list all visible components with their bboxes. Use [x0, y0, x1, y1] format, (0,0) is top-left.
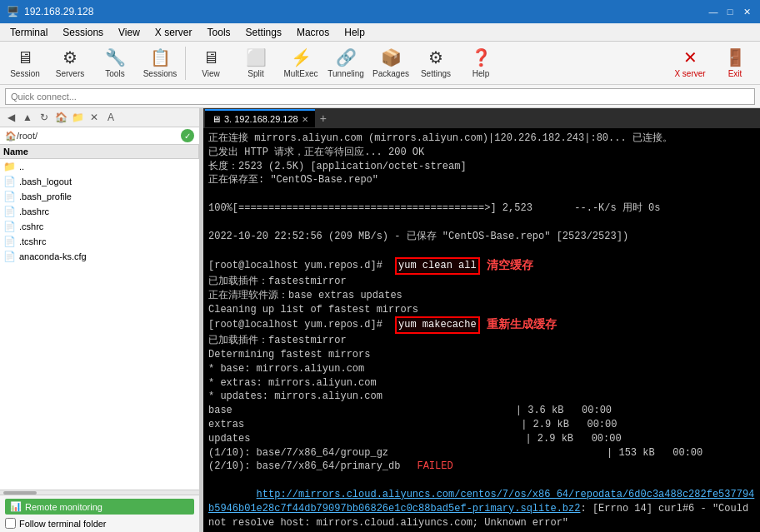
menu-tools[interactable]: Tools — [201, 25, 238, 40]
tab-close-button[interactable]: ✕ — [302, 115, 308, 124]
file-nav-up[interactable]: ▲ — [20, 110, 35, 125]
term-line — [208, 216, 755, 230]
file-item-parent[interactable]: 📁 .. — [0, 159, 199, 174]
tab-add-button[interactable]: + — [317, 112, 330, 125]
terminal-area: 🖥 3. 192.168.29.128 ✕ + 📎 正在连接 mirrors.a… — [203, 108, 760, 532]
toolbar-session[interactable]: 🖥 Session — [3, 43, 47, 83]
menu-view[interactable]: View — [112, 25, 147, 40]
file-toolbar: ◀ ▲ ↻ 🏠 📁 ✕ A — [0, 108, 199, 127]
file-item-cshrc[interactable]: 📄 .cshrc — [0, 219, 199, 234]
toolbar-packages[interactable]: 📦 Packages — [369, 43, 412, 83]
term-line: * base: mirrors.aliyun.com — [208, 362, 755, 376]
menu-xserver[interactable]: X server — [148, 25, 199, 40]
close-button[interactable]: ✕ — [740, 5, 753, 18]
toolbar-xserver[interactable]: ✕ X server — [668, 43, 712, 83]
quick-connect-input[interactable] — [5, 88, 755, 105]
term-line: * updates: mirrors.aliyun.com — [208, 390, 755, 404]
file-item-bash-logout[interactable]: 📄 .bash_logout — [0, 174, 199, 189]
file-item-tcshrc[interactable]: 📄 .tcshrc — [0, 234, 199, 249]
follow-terminal-checkbox[interactable]: Follow terminal folder — [5, 518, 194, 529]
title-controls[interactable]: — □ ✕ — [707, 5, 753, 18]
file-panel: ◀ ▲ ↻ 🏠 📁 ✕ A 🏠 /root/ ✓ Name 📁 — [0, 108, 199, 495]
follow-checkbox-input[interactable] — [5, 518, 16, 529]
term-link-line[interactable]: http://mirrors.cloud.aliyuncs.com/centos… — [208, 474, 755, 532]
menu-settings[interactable]: Settings — [239, 25, 288, 40]
title-bar: 🖥️ 192.168.29.128 — □ ✕ — [0, 0, 760, 23]
term-line: 已加载插件：fastestmirror — [208, 334, 755, 348]
split-icon: ⬜ — [246, 47, 267, 67]
servers-icon: ⚙ — [62, 47, 78, 67]
toolbar-split[interactable]: ⬜ Split — [234, 43, 278, 83]
file-item-name: .tcshrc — [19, 236, 196, 246]
menu-macros[interactable]: Macros — [290, 25, 336, 40]
monitor-label: Remote monitoring — [25, 502, 102, 512]
file-item-anaconda[interactable]: 📄 anaconda-ks.cfg — [0, 249, 199, 264]
cmd-makecache: yum makecache — [395, 316, 480, 334]
term-line: 已加载插件：fastestmirror — [208, 275, 755, 289]
term-line-failed: (2/10): base/7/x86_64/primary_dbFAILED — [208, 460, 755, 474]
multexec-icon: ⚡ — [291, 47, 312, 67]
file-item-bashrc[interactable]: 📄 .bashrc — [0, 204, 199, 219]
menu-help[interactable]: Help — [338, 25, 372, 40]
view-icon: 🖥 — [202, 48, 219, 67]
session-icon: 🖥 — [17, 48, 33, 67]
file-item-name: .cshrc — [19, 221, 196, 231]
term-line: 100%[===================================… — [208, 201, 755, 216]
toolbar-servers[interactable]: ⚙ Servers — [48, 43, 92, 83]
toolbar-tools-label: Tools — [105, 69, 124, 78]
term-tabular-updates: updates| 2.9 kB 00:00 — [208, 432, 755, 446]
left-sidebar: Sessions Tools Macros Sftp ◀ ▲ ↻ 🏠 📁 ✕ A… — [0, 108, 200, 532]
tab-title: 3. 192.168.29.128 — [224, 114, 298, 124]
file-col-name: Name — [0, 145, 199, 158]
toolbar-help[interactable]: ❓ Help — [459, 43, 502, 83]
term-tabular-base: base| 3.6 kB 00:00 — [208, 404, 755, 418]
exit-icon: 🚪 — [725, 47, 746, 67]
file-item-bash-profile[interactable]: 📄 .bash_profile — [0, 189, 199, 204]
toolbar-settings-label: Settings — [421, 69, 451, 78]
file-nav-delete[interactable]: ✕ — [87, 110, 102, 125]
term-line: * extras: mirrors.aliyun.com — [208, 376, 755, 390]
file-nav-new[interactable]: A — [103, 110, 118, 125]
file-icon-bashrc: 📄 — [3, 206, 16, 217]
remote-monitoring-button[interactable]: 📊 Remote monitoring — [5, 499, 194, 515]
terminal-content[interactable]: 正在连接 mirrors.aliyun.com (mirrors.aliyun.… — [203, 128, 760, 532]
file-item-name: .. — [19, 162, 196, 172]
menu-terminal[interactable]: Terminal — [3, 25, 54, 40]
toolbar-sessions[interactable]: 📋 Sessions — [138, 43, 182, 83]
toolbar-settings[interactable]: ⚙ Settings — [414, 43, 458, 83]
toolbar-view[interactable]: 🖥 View — [189, 43, 232, 83]
maximize-button[interactable]: □ — [723, 5, 737, 18]
path-home-icon: 🏠 — [5, 131, 17, 142]
term-line: 已发出 HTTP 请求，正在等待回应... 200 OK — [208, 146, 755, 160]
title-left: 🖥️ 192.168.29.128 — [7, 6, 93, 17]
terminal-tab-active[interactable]: 🖥 3. 192.168.29.128 ✕ — [205, 109, 315, 127]
file-nav-refresh[interactable]: ↻ — [37, 110, 52, 125]
menu-sessions[interactable]: Sessions — [56, 25, 110, 40]
minimize-button[interactable]: — — [707, 5, 720, 18]
toolbar-tunneling[interactable]: 🔗 Tunneling — [324, 43, 368, 83]
repo-link[interactable]: http://mirrors.cloud.aliyuncs.com/centos… — [208, 489, 754, 515]
tools-icon: 🔧 — [105, 47, 126, 67]
window-title: 192.168.29.128 — [24, 6, 93, 17]
toolbar-tools[interactable]: 🔧 Tools — [93, 43, 137, 83]
toolbar-view-label: View — [202, 69, 220, 78]
window-icon: 🖥️ — [7, 6, 19, 17]
prompt-clean: [root@localhost yum.repos.d]# — [208, 259, 388, 273]
file-icon-tcshrc: 📄 — [3, 236, 16, 247]
file-nav-folder[interactable]: 📁 — [70, 110, 85, 125]
annotation-makecache: 重新生成缓存 — [487, 317, 557, 334]
toolbar-help-label: Help — [472, 69, 490, 78]
tab-bar: 🖥 3. 192.168.29.128 ✕ + — [203, 108, 760, 128]
path-text: /root/ — [17, 131, 181, 141]
term-line — [208, 243, 755, 257]
toolbar-exit[interactable]: 🚪 Exit — [713, 43, 757, 83]
sidebar-bottom: 📊 Remote monitoring Follow terminal fold… — [0, 495, 199, 532]
file-nav-home[interactable]: 🏠 — [53, 110, 68, 125]
term-line — [208, 187, 755, 201]
sessions-icon: 📋 — [150, 47, 171, 67]
file-icon-bash-logout: 📄 — [3, 176, 16, 187]
term-line: Determining fastest mirrors — [208, 348, 755, 362]
term-tabular-extras: extras| 2.9 kB 00:00 — [208, 418, 755, 432]
file-nav-back[interactable]: ◀ — [3, 110, 18, 125]
toolbar-multexec[interactable]: ⚡ MultExec — [279, 43, 322, 83]
